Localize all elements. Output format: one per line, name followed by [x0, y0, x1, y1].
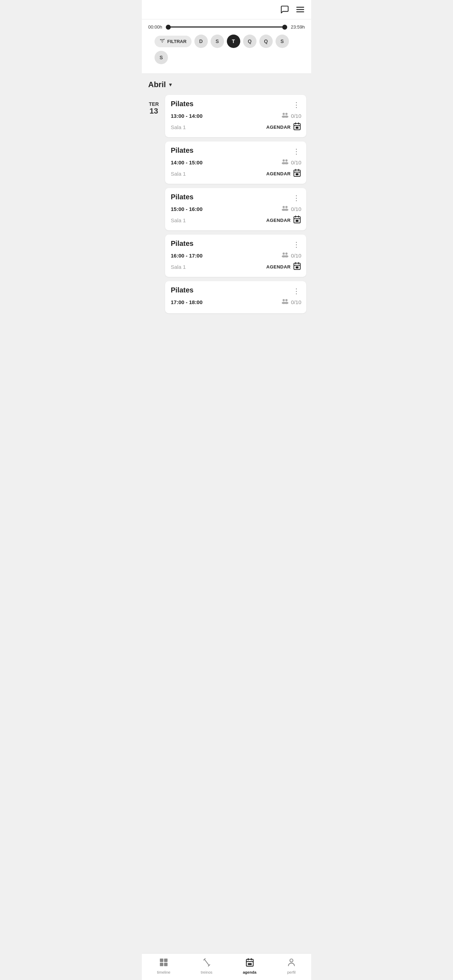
day-btn-5[interactable]: S: [275, 35, 289, 48]
class-card-3: Pilates ⋮ 16:00 - 17:00: [165, 235, 306, 277]
class-room-1: Sala 1: [171, 171, 186, 177]
card-time-row-4: 17:00 - 18:00 0/10: [171, 298, 301, 306]
class-time-2: 15:00 - 16:00: [171, 206, 202, 212]
class-room-3: Sala 1: [171, 264, 186, 270]
svg-line-52: [204, 959, 209, 965]
more-options-icon-1[interactable]: ⋮: [291, 146, 301, 156]
treinos-nav-label: treinos: [201, 970, 212, 974]
agenda-nav-label: agenda: [243, 970, 256, 974]
day-btn-6[interactable]: S: [154, 51, 168, 64]
class-time-3: 16:00 - 17:00: [171, 253, 202, 259]
month-header: Abril ▼: [147, 80, 306, 89]
class-name-0: Pilates: [171, 100, 193, 108]
calendar-icon-3: [293, 262, 301, 272]
timeline-nav-label: timeline: [157, 970, 170, 974]
card-top-3: Pilates ⋮: [171, 240, 301, 250]
agendar-label-3: AGENDAR: [266, 264, 291, 269]
month-chevron-icon[interactable]: ▼: [168, 82, 173, 88]
cards-column: Pilates ⋮ 13:00 - 14:00: [165, 95, 306, 313]
day-label: TER 13: [147, 95, 161, 115]
class-room-0: Sala 1: [171, 124, 186, 130]
card-top-2: Pilates ⋮: [171, 193, 301, 203]
chat-icon[interactable]: [280, 5, 289, 16]
menu-icon[interactable]: [296, 5, 305, 16]
class-card-0: Pilates ⋮ 13:00 - 14:00: [165, 95, 306, 137]
card-time-row-3: 16:00 - 17:00 0/10: [171, 251, 301, 259]
day-name: TER: [149, 101, 159, 107]
svg-point-47: [285, 302, 288, 304]
capacity-2: 0/10: [281, 205, 301, 213]
more-options-icon-4[interactable]: ⋮: [291, 286, 301, 296]
day-btn-1[interactable]: S: [211, 35, 224, 48]
treinos-icon: [202, 958, 211, 969]
svg-point-35: [283, 253, 285, 255]
card-top-0: Pilates ⋮: [171, 100, 301, 110]
svg-rect-49: [164, 958, 168, 962]
slider-track: [166, 27, 287, 27]
day-btn-2[interactable]: T: [227, 35, 240, 48]
calendar-icon-2: [293, 215, 301, 226]
day-section: TER 13 Pilates ⋮ 13:00 - 14:00: [147, 95, 306, 313]
end-time-label: 23:59h: [291, 24, 305, 30]
class-name-3: Pilates: [171, 240, 193, 248]
people-icon-0: [281, 112, 289, 120]
class-room-2: Sala 1: [171, 217, 186, 223]
people-icon-1: [281, 158, 289, 167]
capacity-3: 0/10: [281, 251, 301, 259]
svg-rect-50: [160, 963, 163, 966]
time-slider[interactable]: 00:00h 23:59h: [148, 24, 305, 30]
svg-point-38: [285, 255, 288, 258]
filter-button-label: FILTRAR: [167, 39, 187, 44]
more-options-icon-2[interactable]: ⋮: [291, 193, 301, 203]
svg-point-29: [285, 209, 288, 211]
svg-point-8: [283, 113, 285, 115]
nav-item-treinos[interactable]: treinos: [197, 956, 217, 976]
day-btn-4[interactable]: Q: [259, 35, 273, 48]
card-time-row-1: 14:00 - 15:00 0/10: [171, 158, 301, 167]
agendar-button-0[interactable]: AGENDAR: [266, 122, 301, 132]
capacity-count-1: 0/10: [291, 159, 301, 165]
nav-item-timeline[interactable]: timeline: [153, 956, 175, 976]
class-card-2: Pilates ⋮ 15:00 - 16:00: [165, 188, 306, 231]
svg-point-45: [285, 299, 288, 301]
day-btn-0[interactable]: D: [194, 35, 208, 48]
class-name-2: Pilates: [171, 193, 193, 201]
card-time-row-2: 15:00 - 16:00 0/10: [171, 205, 301, 213]
card-bottom-2: Sala 1 AGENDAR: [171, 215, 301, 226]
more-options-icon-3[interactable]: ⋮: [291, 240, 301, 250]
nav-item-perfil[interactable]: perfil: [283, 956, 300, 976]
class-card-4: Pilates ⋮ 17:00 - 18:00: [165, 281, 306, 313]
filter-button[interactable]: FILTRAR: [154, 36, 192, 47]
nav-item-agenda[interactable]: agenda: [238, 956, 261, 976]
svg-point-27: [285, 206, 288, 208]
svg-point-11: [285, 116, 288, 118]
card-bottom-1: Sala 1 AGENDAR: [171, 169, 301, 179]
svg-point-20: [285, 162, 288, 164]
day-btn-3[interactable]: Q: [243, 35, 256, 48]
day-number: 13: [149, 107, 158, 115]
capacity-1: 0/10: [281, 158, 301, 167]
more-options-icon-0[interactable]: ⋮: [291, 100, 301, 110]
perfil-icon: [287, 958, 296, 969]
capacity-count-0: 0/10: [291, 113, 301, 119]
card-bottom-3: Sala 1 AGENDAR: [171, 262, 301, 272]
class-card-1: Pilates ⋮ 14:00 - 15:00: [165, 142, 306, 184]
capacity-count-2: 0/10: [291, 206, 301, 212]
class-name-4: Pilates: [171, 286, 193, 294]
capacity-0: 0/10: [281, 112, 301, 120]
card-bottom-0: Sala 1 AGENDAR: [171, 122, 301, 132]
class-time-0: 13:00 - 14:00: [171, 113, 202, 119]
month-title: Abril: [148, 80, 166, 89]
agendar-button-3[interactable]: AGENDAR: [266, 262, 301, 272]
agendar-button-2[interactable]: AGENDAR: [266, 215, 301, 226]
svg-point-26: [283, 206, 285, 208]
time-range-section: 00:00h 23:59h FILTRAR D S T Q Q S: [142, 19, 311, 74]
svg-rect-59: [248, 963, 251, 965]
capacity-count-3: 0/10: [291, 253, 301, 259]
card-top-1: Pilates ⋮: [171, 146, 301, 156]
agendar-button-1[interactable]: AGENDAR: [266, 169, 301, 179]
day-filter-row: FILTRAR D S T Q Q S S: [148, 35, 305, 69]
card-time-row-0: 13:00 - 14:00 0/10: [171, 112, 301, 120]
capacity-count-4: 0/10: [291, 299, 301, 305]
bottom-navigation: timeline treinos agenda: [142, 953, 311, 980]
